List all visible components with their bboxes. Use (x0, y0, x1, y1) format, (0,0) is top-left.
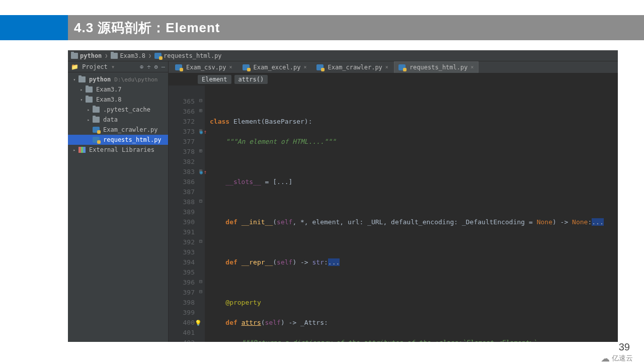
chevron-right-icon: ❯ (105, 53, 108, 58)
folder-icon (93, 117, 100, 123)
tab-exam-crawler[interactable]: Exam_crawler.py× (312, 61, 392, 73)
close-icon[interactable]: × (470, 64, 473, 70)
editor-breadcrumb: Element attrs() (169, 73, 618, 85)
folder-icon (93, 107, 100, 113)
slide-title: 4.3 源码剖析：Element (74, 19, 220, 37)
close-icon[interactable]: × (229, 64, 232, 70)
fold-column: ⊟⊞⊞⊞⊞⊟⊟⊟⊟ (197, 85, 205, 342)
crumb-element[interactable]: Element (198, 75, 231, 84)
python-file-icon (93, 137, 100, 143)
sidebar-title: Project (82, 63, 108, 70)
collapse-icon[interactable]: ⊕ (140, 63, 143, 70)
slide-page-number: 39 (619, 341, 630, 353)
title-gray-block: 4.3 源码剖析：Element (68, 15, 644, 40)
title-blue-block (0, 15, 68, 40)
tree-external-libraries[interactable]: ▸External Libraries (68, 145, 168, 155)
line-gutter: 365366372373◉↑377378382383◉↑386387388389… (169, 85, 197, 342)
path-root[interactable]: python (71, 52, 102, 59)
project-icon: 📁 (71, 63, 78, 70)
python-file-icon (243, 64, 250, 70)
python-file-icon (398, 64, 406, 70)
watermark: ☁亿速云 (601, 353, 633, 362)
crumb-attrs[interactable]: attrs() (234, 75, 268, 84)
path-file[interactable]: requests_html.py (154, 52, 222, 59)
divide-icon[interactable]: ÷ (147, 63, 150, 70)
tree-file-requests-html[interactable]: ▸requests_html.py (68, 135, 168, 145)
tree-folder-exam37[interactable]: ▸Exam3.7 (68, 84, 168, 95)
editor-tabs: Exam_csv.py× Exam_excel.py× Exam_crawler… (169, 61, 618, 73)
sidebar-header: 📁 Project ▾ ⊕ ÷ ⚙ — (68, 61, 168, 72)
tab-requests-html[interactable]: requests_html.py× (394, 61, 478, 73)
python-file-icon (175, 64, 182, 70)
close-icon[interactable]: × (385, 64, 388, 70)
project-tree: ▾pythonD:\edu\python ▸Exam3.7 ▾Exam3.8 ▸… (68, 72, 168, 157)
tree-file-crawler[interactable]: ▸Exam_crawler.py (68, 125, 168, 135)
folder-icon (86, 86, 93, 93)
folder-icon (71, 53, 78, 59)
code-text[interactable]: class Element(BaseParser): """An element… (205, 85, 618, 342)
folder-icon (86, 97, 93, 103)
tree-root[interactable]: ▾pythonD:\edu\python (68, 74, 168, 84)
editor-area: Exam_csv.py× Exam_excel.py× Exam_crawler… (169, 61, 618, 342)
chevron-right-icon: ❯ (148, 53, 151, 58)
close-icon[interactable]: × (303, 64, 306, 70)
gear-icon[interactable]: ⚙ (154, 63, 158, 70)
python-file-icon (93, 127, 100, 133)
tab-exam-excel[interactable]: Exam_excel.py× (238, 61, 311, 73)
tree-folder-pytestcache[interactable]: ▸.pytest_cache (68, 105, 168, 115)
tree-folder-exam38[interactable]: ▾Exam3.8 (68, 95, 168, 105)
ide-window: python ❯ Exam3.8 ❯ requests_html.py 📁 Pr… (68, 50, 618, 342)
libraries-icon (78, 147, 86, 153)
hide-icon[interactable]: — (162, 63, 165, 70)
project-sidebar: 📁 Project ▾ ⊕ ÷ ⚙ — ▾pythonD:\edu\python… (68, 61, 169, 342)
tree-folder-data[interactable]: ▸data (68, 115, 168, 125)
python-file-icon (316, 64, 324, 70)
python-file-icon (154, 53, 162, 59)
folder-icon (111, 53, 118, 59)
tab-exam-csv[interactable]: Exam_csv.py× (171, 61, 237, 73)
cloud-icon: ☁ (601, 353, 610, 362)
code-viewport[interactable]: 365366372373◉↑377378382383◉↑386387388389… (169, 85, 618, 342)
path-folder[interactable]: Exam3.8 (111, 52, 145, 59)
folder-icon (78, 76, 86, 82)
ide-breadcrumb: python ❯ Exam3.8 ❯ requests_html.py (68, 50, 618, 61)
slide-title-bar: 4.3 源码剖析：Element (0, 15, 644, 40)
